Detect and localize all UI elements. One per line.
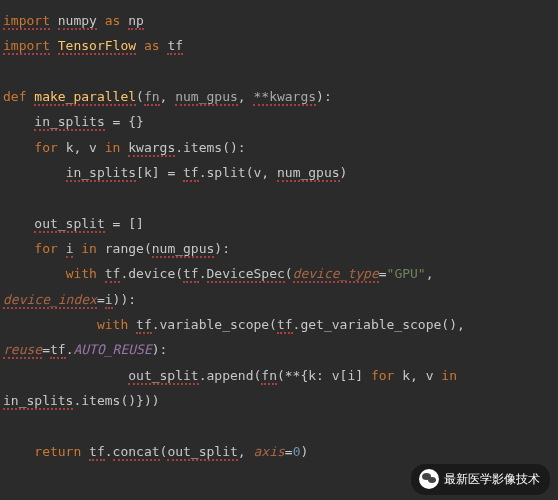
line-13: out_split.append(fn(**{k: v[i] for k, v … — [3, 368, 465, 410]
line-4: def make_parallel(fn, num_gpus, **kwargs… — [3, 89, 332, 106]
line-15: return tf.concat(out_split, axis=0) — [3, 444, 308, 461]
line-11: with tf.device(tf.DeviceSpec(device_type… — [3, 266, 441, 308]
line-6: for k, v in kwargs.items(): — [3, 140, 246, 157]
line-2: import TensorFlow as tf — [3, 38, 183, 55]
wechat-badge[interactable]: 最新医学影像技术 — [411, 464, 550, 495]
line-1: import numpy as np — [3, 13, 144, 30]
line-5: in_splits = {} — [3, 114, 144, 131]
code-editor[interactable]: import numpy as np import TensorFlow as … — [3, 8, 555, 464]
line-10: for i in range(num_gpus): — [3, 241, 230, 258]
wechat-icon — [419, 469, 439, 489]
line-12: with tf.variable_scope(tf.get_variable_s… — [3, 317, 473, 359]
line-7: in_splits[k] = tf.split(v, num_gpus) — [3, 165, 347, 182]
badge-label: 最新医学影像技术 — [444, 468, 540, 491]
line-9: out_split = [] — [3, 216, 144, 233]
